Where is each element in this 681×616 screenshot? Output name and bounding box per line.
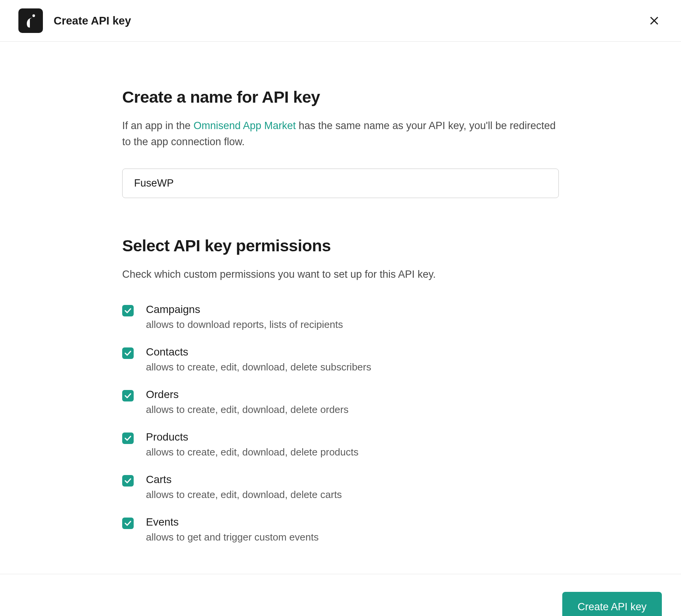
permission-text: Carts allows to create, edit, download, …	[146, 473, 342, 501]
permission-item-orders: Orders allows to create, edit, download,…	[122, 388, 559, 416]
app-market-link[interactable]: Omnisend App Market	[193, 120, 296, 131]
permission-title: Products	[146, 431, 359, 443]
permission-title: Orders	[146, 388, 349, 401]
close-icon	[649, 15, 660, 26]
header-left: Create API key	[18, 8, 131, 33]
app-logo	[18, 8, 43, 33]
permissions-section-desc: Check which custom permissions you want …	[122, 267, 559, 282]
permission-desc: allows to get and trigger custom events	[146, 531, 319, 543]
permission-item-events: Events allows to get and trigger custom …	[122, 516, 559, 543]
desc-text-before: If an app in the	[122, 120, 193, 131]
name-section-title: Create a name for API key	[122, 88, 559, 106]
permission-desc: allows to create, edit, download, delete…	[146, 446, 359, 458]
modal-title: Create API key	[54, 15, 131, 27]
permission-item-campaigns: Campaigns allows to download reports, li…	[122, 303, 559, 331]
check-icon	[124, 308, 131, 313]
permission-desc: allows to create, edit, download, delete…	[146, 404, 349, 416]
permission-list: Campaigns allows to download reports, li…	[122, 303, 559, 543]
check-icon	[124, 436, 131, 441]
check-icon	[124, 351, 131, 356]
permission-text: Contacts allows to create, edit, downloa…	[146, 346, 371, 373]
checkbox-contacts[interactable]	[122, 347, 134, 359]
permission-item-products: Products allows to create, edit, downloa…	[122, 431, 559, 458]
permission-desc: allows to create, edit, download, delete…	[146, 361, 371, 373]
checkbox-products[interactable]	[122, 433, 134, 444]
permission-item-carts: Carts allows to create, edit, download, …	[122, 473, 559, 501]
permission-title: Campaigns	[146, 303, 343, 316]
permission-item-contacts: Contacts allows to create, edit, downloa…	[122, 346, 559, 373]
check-icon	[124, 393, 131, 398]
name-section-desc: If an app in the Omnisend App Market has…	[122, 118, 559, 150]
modal-header: Create API key	[0, 0, 681, 42]
create-api-key-button[interactable]: Create API key	[562, 592, 662, 616]
checkbox-campaigns[interactable]	[122, 305, 134, 316]
permission-text: Campaigns allows to download reports, li…	[146, 303, 343, 331]
permission-title: Events	[146, 516, 319, 528]
permission-text: Products allows to create, edit, downloa…	[146, 431, 359, 458]
permissions-section: Select API key permissions Check which c…	[122, 236, 559, 544]
permission-title: Carts	[146, 473, 342, 486]
permissions-section-title: Select API key permissions	[122, 236, 559, 255]
omnisend-logo-icon	[25, 14, 36, 28]
checkbox-carts[interactable]	[122, 475, 134, 487]
api-key-name-input[interactable]	[122, 169, 559, 198]
permission-title: Contacts	[146, 346, 371, 358]
checkbox-orders[interactable]	[122, 390, 134, 401]
modal-footer: Create API key	[0, 574, 681, 616]
svg-point-0	[33, 15, 35, 17]
permission-desc: allows to create, edit, download, delete…	[146, 489, 342, 501]
check-icon	[124, 478, 131, 483]
check-icon	[124, 521, 131, 526]
permission-desc: allows to download reports, lists of rec…	[146, 319, 343, 331]
checkbox-events[interactable]	[122, 518, 134, 529]
permission-text: Orders allows to create, edit, download,…	[146, 388, 349, 416]
permission-text: Events allows to get and trigger custom …	[146, 516, 319, 543]
close-button[interactable]	[647, 13, 662, 28]
modal-content: Create a name for API key If an app in t…	[122, 42, 559, 574]
